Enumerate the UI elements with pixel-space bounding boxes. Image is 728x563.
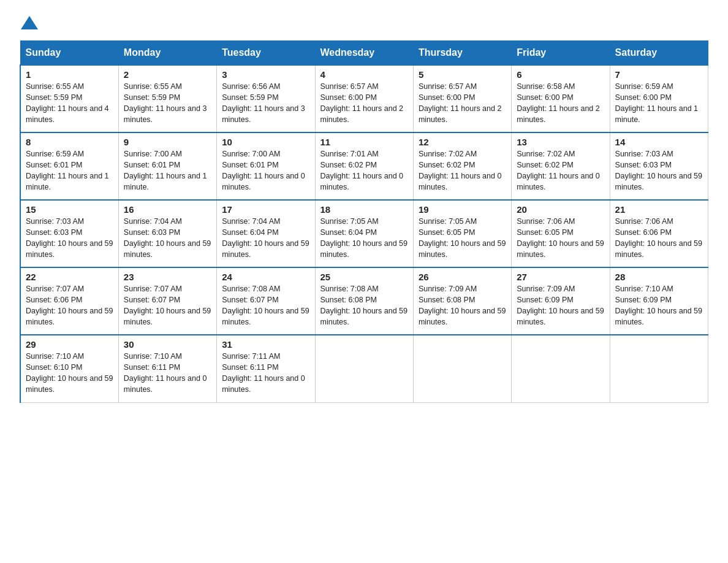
calendar-cell: 5Sunrise: 6:57 AMSunset: 6:00 PMDaylight…: [413, 65, 511, 132]
calendar-cell: 31Sunrise: 7:11 AMSunset: 6:11 PMDayligh…: [217, 335, 315, 402]
day-info: Sunrise: 6:59 AMSunset: 6:00 PMDaylight:…: [615, 82, 699, 124]
day-info: Sunrise: 7:08 AMSunset: 6:07 PMDaylight:…: [222, 285, 309, 326]
weekday-header-saturday: Saturday: [610, 41, 708, 66]
day-info: Sunrise: 7:04 AMSunset: 6:03 PMDaylight:…: [124, 217, 211, 259]
calendar-cell: 27Sunrise: 7:09 AMSunset: 6:09 PMDayligh…: [512, 267, 610, 335]
calendar-cell: 13Sunrise: 7:02 AMSunset: 6:02 PMDayligh…: [512, 132, 610, 200]
calendar-cell: 12Sunrise: 7:02 AMSunset: 6:02 PMDayligh…: [413, 132, 511, 200]
logo-triangle-icon: [21, 16, 38, 29]
weekday-header-monday: Monday: [118, 41, 216, 66]
day-info: Sunrise: 7:06 AMSunset: 6:05 PMDaylight:…: [517, 217, 604, 259]
day-number: 26: [419, 272, 506, 282]
day-info: Sunrise: 7:07 AMSunset: 6:07 PMDaylight:…: [124, 285, 211, 326]
day-info: Sunrise: 7:00 AMSunset: 6:01 PMDaylight:…: [222, 150, 305, 191]
calendar-cell: 18Sunrise: 7:05 AMSunset: 6:04 PMDayligh…: [315, 200, 413, 267]
day-number: 13: [517, 137, 604, 147]
day-info: Sunrise: 7:06 AMSunset: 6:06 PMDaylight:…: [615, 217, 702, 259]
day-info: Sunrise: 7:02 AMSunset: 6:02 PMDaylight:…: [419, 150, 502, 191]
day-number: 21: [615, 204, 703, 215]
weekday-header-sunday: Sunday: [20, 41, 118, 66]
calendar-cell: 19Sunrise: 7:05 AMSunset: 6:05 PMDayligh…: [413, 200, 511, 267]
calendar-cell: [512, 335, 610, 402]
day-info: Sunrise: 6:58 AMSunset: 6:00 PMDaylight:…: [517, 82, 600, 124]
day-number: 28: [615, 272, 703, 282]
day-number: 17: [222, 204, 309, 215]
calendar-cell: [315, 335, 413, 402]
weekday-header-wednesday: Wednesday: [315, 41, 413, 66]
day-number: 2: [124, 69, 211, 80]
day-info: Sunrise: 7:00 AMSunset: 6:01 PMDaylight:…: [124, 150, 207, 191]
calendar-cell: 21Sunrise: 7:06 AMSunset: 6:06 PMDayligh…: [610, 200, 708, 267]
calendar-cell: 3Sunrise: 6:56 AMSunset: 5:59 PMDaylight…: [217, 65, 315, 132]
calendar-cell: 15Sunrise: 7:03 AMSunset: 6:03 PMDayligh…: [20, 200, 118, 267]
day-number: 15: [26, 204, 113, 215]
day-info: Sunrise: 7:03 AMSunset: 6:03 PMDaylight:…: [615, 150, 702, 191]
day-info: Sunrise: 7:02 AMSunset: 6:02 PMDaylight:…: [517, 150, 600, 191]
day-info: Sunrise: 7:09 AMSunset: 6:08 PMDaylight:…: [419, 285, 506, 326]
day-number: 29: [26, 339, 113, 350]
day-info: Sunrise: 6:59 AMSunset: 6:01 PMDaylight:…: [26, 150, 109, 191]
day-info: Sunrise: 6:56 AMSunset: 5:59 PMDaylight:…: [222, 82, 305, 124]
calendar-cell: 2Sunrise: 6:55 AMSunset: 5:59 PMDaylight…: [118, 65, 216, 132]
day-number: 4: [320, 69, 408, 80]
day-info: Sunrise: 7:05 AMSunset: 6:04 PMDaylight:…: [320, 217, 408, 259]
day-number: 31: [222, 339, 309, 350]
calendar-cell: 6Sunrise: 6:58 AMSunset: 6:00 PMDaylight…: [512, 65, 610, 132]
day-info: Sunrise: 6:57 AMSunset: 6:00 PMDaylight:…: [419, 82, 502, 124]
day-number: 18: [320, 204, 408, 215]
day-info: Sunrise: 7:01 AMSunset: 6:02 PMDaylight:…: [320, 150, 404, 191]
day-number: 19: [419, 204, 506, 215]
day-info: Sunrise: 7:10 AMSunset: 6:11 PMDaylight:…: [124, 352, 207, 394]
day-number: 20: [517, 204, 604, 215]
calendar-cell: [413, 335, 511, 402]
weekday-header-row: SundayMondayTuesdayWednesdayThursdayFrid…: [20, 41, 708, 66]
day-number: 22: [26, 272, 113, 282]
day-info: Sunrise: 7:08 AMSunset: 6:08 PMDaylight:…: [320, 285, 408, 326]
calendar-cell: 17Sunrise: 7:04 AMSunset: 6:04 PMDayligh…: [217, 200, 315, 267]
day-info: Sunrise: 7:09 AMSunset: 6:09 PMDaylight:…: [517, 285, 604, 326]
weekday-header-tuesday: Tuesday: [217, 41, 315, 66]
day-number: 10: [222, 137, 309, 147]
calendar-cell: [610, 335, 708, 402]
day-number: 23: [124, 272, 211, 282]
calendar-cell: 14Sunrise: 7:03 AMSunset: 6:03 PMDayligh…: [610, 132, 708, 200]
day-number: 6: [517, 69, 604, 80]
day-number: 25: [320, 272, 408, 282]
day-number: 27: [517, 272, 604, 282]
day-info: Sunrise: 7:10 AMSunset: 6:10 PMDaylight:…: [26, 352, 113, 394]
calendar-week-row: 8Sunrise: 6:59 AMSunset: 6:01 PMDaylight…: [20, 132, 708, 200]
weekday-header-thursday: Thursday: [413, 41, 511, 66]
day-info: Sunrise: 7:05 AMSunset: 6:05 PMDaylight:…: [419, 217, 506, 259]
day-info: Sunrise: 7:11 AMSunset: 6:11 PMDaylight:…: [222, 352, 305, 394]
calendar-cell: 16Sunrise: 7:04 AMSunset: 6:03 PMDayligh…: [118, 200, 216, 267]
calendar-cell: 29Sunrise: 7:10 AMSunset: 6:10 PMDayligh…: [20, 335, 118, 402]
day-info: Sunrise: 6:57 AMSunset: 6:00 PMDaylight:…: [320, 82, 404, 124]
day-number: 1: [26, 69, 113, 80]
calendar-cell: 22Sunrise: 7:07 AMSunset: 6:06 PMDayligh…: [20, 267, 118, 335]
calendar-cell: 7Sunrise: 6:59 AMSunset: 6:00 PMDaylight…: [610, 65, 708, 132]
calendar-cell: 11Sunrise: 7:01 AMSunset: 6:02 PMDayligh…: [315, 132, 413, 200]
day-info: Sunrise: 7:07 AMSunset: 6:06 PMDaylight:…: [26, 285, 113, 326]
day-number: 30: [124, 339, 211, 350]
calendar-cell: 1Sunrise: 6:55 AMSunset: 5:59 PMDaylight…: [20, 65, 118, 132]
calendar-week-row: 15Sunrise: 7:03 AMSunset: 6:03 PMDayligh…: [20, 200, 708, 267]
day-number: 14: [615, 137, 703, 147]
calendar-cell: 30Sunrise: 7:10 AMSunset: 6:11 PMDayligh…: [118, 335, 216, 402]
day-number: 8: [26, 137, 113, 147]
calendar-cell: 10Sunrise: 7:00 AMSunset: 6:01 PMDayligh…: [217, 132, 315, 200]
day-number: 3: [222, 69, 309, 80]
calendar-table: SundayMondayTuesdayWednesdayThursdayFrid…: [20, 40, 708, 403]
calendar-cell: 28Sunrise: 7:10 AMSunset: 6:09 PMDayligh…: [610, 267, 708, 335]
day-number: 12: [419, 137, 506, 147]
calendar-cell: 25Sunrise: 7:08 AMSunset: 6:08 PMDayligh…: [315, 267, 413, 335]
day-number: 9: [124, 137, 211, 147]
calendar-cell: 4Sunrise: 6:57 AMSunset: 6:00 PMDaylight…: [315, 65, 413, 132]
page-header: [20, 15, 708, 29]
calendar-week-row: 22Sunrise: 7:07 AMSunset: 6:06 PMDayligh…: [20, 267, 708, 335]
calendar-cell: 20Sunrise: 7:06 AMSunset: 6:05 PMDayligh…: [512, 200, 610, 267]
day-info: Sunrise: 7:04 AMSunset: 6:04 PMDaylight:…: [222, 217, 309, 259]
calendar-cell: 9Sunrise: 7:00 AMSunset: 6:01 PMDaylight…: [118, 132, 216, 200]
day-number: 7: [615, 69, 703, 80]
day-info: Sunrise: 7:10 AMSunset: 6:09 PMDaylight:…: [615, 285, 702, 326]
weekday-header-friday: Friday: [512, 41, 610, 66]
